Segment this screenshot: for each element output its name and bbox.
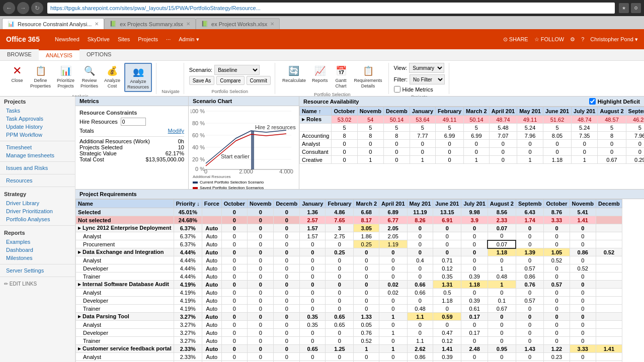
pr-priority-header: Priority ↓ xyxy=(174,200,202,208)
nav-milestones[interactable]: Milestones xyxy=(0,254,75,262)
ribbon-group-analysis: ✕ Close 📋 DefineProperties 📊 PrioritizeP… xyxy=(4,63,156,94)
view-select[interactable]: Summary xyxy=(409,63,444,73)
nav-update-history[interactable]: Update History xyxy=(0,123,75,131)
analyze-resources-icon: 👥 xyxy=(131,65,145,79)
ra-table-wrapper[interactable]: Name ↑ October Novemb Decemb January Feb… xyxy=(299,107,644,189)
nav-timesheet[interactable]: Timesheet xyxy=(0,143,75,151)
btn-requirements-details[interactable]: 📋 RequirementsDetails xyxy=(352,63,384,90)
btn-gantt-chart[interactable]: 📅 GanttChart xyxy=(332,63,350,90)
follow-link[interactable]: ☆ FOLLOW xyxy=(534,36,565,43)
nav-driver-library[interactable]: Driver Library xyxy=(0,199,75,207)
nav-examples[interactable]: Examples xyxy=(0,238,75,246)
share-link[interactable]: ⊙ SHARE xyxy=(503,36,528,43)
nav-manage-timesheets[interactable]: Manage timesheets xyxy=(0,151,75,159)
ra-header: Resource Availability Highlight Deficit xyxy=(299,97,644,107)
nav-driver-prioritization[interactable]: Driver Prioritization xyxy=(0,207,75,215)
hide-metrics-input[interactable] xyxy=(394,86,400,93)
edit-links[interactable]: ✏ EDIT LINKS xyxy=(0,279,75,289)
group-label-navigate: Navigate xyxy=(162,88,180,94)
refresh-button[interactable]: ↻ xyxy=(31,2,43,14)
ribbon-group-scenario: Scenario: Baseline Save As Compare Commi… xyxy=(185,63,275,94)
url-text: https://tpguk.sharepoint.com/sites/pwa/_… xyxy=(50,5,261,11)
pr-row-dpt: ▸ Data Parsing Tool 3.27%Auto 000 0.350.… xyxy=(76,313,622,321)
hire-resources-input[interactable] xyxy=(121,118,146,126)
nav-projects[interactable]: Projects xyxy=(0,97,75,107)
nav-more[interactable]: ··· xyxy=(166,36,171,43)
nav-resources[interactable]: Resources xyxy=(0,176,75,185)
scenario-label: Scenario: xyxy=(189,67,212,73)
tab-close-2[interactable]: ✕ xyxy=(270,21,274,27)
nav-strategy[interactable]: Strategy xyxy=(0,189,75,199)
nav-admin[interactable]: Admin ▾ xyxy=(179,36,199,43)
btn-analyze-cost[interactable]: 💰 AnalyzeCost xyxy=(102,63,122,90)
star-icon[interactable]: ★ xyxy=(619,3,629,13)
btn-define-properties[interactable]: 📋 DefineProperties xyxy=(28,63,53,90)
nav-dashboard[interactable]: Dashboard xyxy=(0,246,75,254)
address-bar[interactable]: https://tpguk.sharepoint.com/sites/pwa/_… xyxy=(47,3,615,14)
nav-task-approvals[interactable]: Task Approvals xyxy=(0,115,75,123)
projects-selected-value: 10 xyxy=(178,144,184,150)
ribbon-content: ✕ Close 📋 DefineProperties 📊 PrioritizeP… xyxy=(0,61,644,96)
btn-save-as[interactable]: Save As xyxy=(189,76,215,85)
modify-link[interactable]: Modify xyxy=(168,128,184,134)
browser-icons: ★ ⚙ xyxy=(619,3,641,13)
question-icon[interactable]: ? xyxy=(581,36,584,42)
forward-button[interactable]: → xyxy=(17,2,29,14)
btn-prioritize-projects[interactable]: 📊 PrioritizeProjects xyxy=(55,63,76,90)
btn-compare[interactable]: Compare xyxy=(216,76,244,85)
tab-projects-summary[interactable]: 📗 ex Projects Summary.xlsx ✕ xyxy=(104,18,196,29)
legend-current-label: Current Portfolio Selection Scenario xyxy=(200,180,264,185)
scenario-select[interactable]: Baseline xyxy=(214,65,260,75)
svg-text:Start earlier: Start earlier xyxy=(221,153,250,159)
btn-reports[interactable]: 📈 Reports xyxy=(310,63,330,84)
filter-label: Filter: xyxy=(394,76,408,82)
nav-server-settings[interactable]: Server Settings xyxy=(0,266,75,275)
reports-icon: 📈 xyxy=(313,64,327,78)
nav-newsfeed[interactable]: Newsfeed xyxy=(55,36,79,43)
user-menu[interactable]: Christopher Pond ▾ xyxy=(590,36,638,43)
scenario-chart-panel: Scenario Chart 100 % 80 % 60 % 40 % 20 %… xyxy=(189,97,299,189)
nav-ppm-workflow[interactable]: PPM Workflow xyxy=(0,131,75,139)
filter-select[interactable]: No Filter xyxy=(410,74,445,84)
nav-reports[interactable]: Reports xyxy=(0,228,75,238)
settings-icon[interactable]: ⚙ xyxy=(631,3,641,13)
back-button[interactable]: ← xyxy=(3,2,15,14)
scenario-chart-header: Scenario Chart xyxy=(189,97,299,106)
highlight-deficit-check[interactable]: Highlight Deficit xyxy=(589,98,640,105)
tab-project-worksh[interactable]: 📗 ex Project Worksh.xlsx ✕ xyxy=(196,18,280,29)
tab-close-0[interactable]: ✕ xyxy=(95,21,99,27)
pr-row-dataex-developer: Developer 4.44%Auto 000 000 000.12 010.5… xyxy=(76,264,622,273)
o365-logo: Office 365 xyxy=(6,35,40,43)
btn-close[interactable]: ✕ Close xyxy=(8,63,26,84)
metrics-content: Resource Constraints Hire Resources Tota… xyxy=(75,106,188,189)
hide-metrics-checkbox[interactable]: Hide Metrics xyxy=(394,86,433,93)
o365-right: ⊙ SHARE ☆ FOLLOW ⚙ ? Christopher Pond ▾ xyxy=(503,36,638,43)
nav-tasks[interactable]: Tasks xyxy=(0,107,75,115)
tab-browse[interactable]: BROWSE xyxy=(0,49,39,60)
ribbon-group-view: View: Summary Filter: No Filter Hide Met… xyxy=(390,63,450,94)
ra-row-consultant: Consultant 000 000 000 000 000 xyxy=(300,148,645,156)
nav-sites[interactable]: Sites xyxy=(118,36,130,43)
btn-commit[interactable]: Commit xyxy=(247,76,271,85)
nav-skydrive[interactable]: SkyDrive xyxy=(88,36,110,43)
btn-analyze-resources[interactable]: 👥 AnalyzeResources xyxy=(124,63,152,92)
legend-current-color xyxy=(193,182,198,184)
pr-row-csfp-analyst: Analyst 2.33%Auto 000 000 00.860.39 000 … xyxy=(76,353,622,361)
pr-row-isda-trainer: Trainer 4.19%Auto 000 000 00.480 0.610.6… xyxy=(76,305,622,313)
tab-resource-constraint[interactable]: 📊 Resource Constraint Analysi... ✕ xyxy=(2,18,104,29)
ra-row-roles: ▸ Roles 53.02 54 50.14 53.64 49.11 50.14… xyxy=(300,116,645,124)
btn-recalculate[interactable]: 🔄 Recalculate xyxy=(280,63,308,84)
pr-table-wrapper[interactable]: Name Priority ↓ Force October Novemb Dec… xyxy=(75,199,644,362)
tab-analysis[interactable]: ANALYSIS xyxy=(39,49,79,60)
strategic-value-value: 62.17% xyxy=(166,150,184,156)
tab-options[interactable]: OPTIONS xyxy=(79,49,119,60)
nav-projects[interactable]: Projects xyxy=(138,36,158,43)
nav-issues-risks[interactable]: Issues and Risks xyxy=(0,164,75,172)
svg-text:0: 0 xyxy=(204,168,207,173)
nav-portfolio-analyses[interactable]: Portfolio Analyses xyxy=(0,215,75,223)
main-layout: Projects Tasks Task Approvals Update His… xyxy=(0,97,644,362)
tab-close-1[interactable]: ✕ xyxy=(186,21,190,27)
settings-icon[interactable]: ⚙ xyxy=(570,36,575,43)
view-label: View: xyxy=(394,65,408,71)
btn-review-priorities[interactable]: 🔍 ReviewPriorities xyxy=(78,63,100,90)
